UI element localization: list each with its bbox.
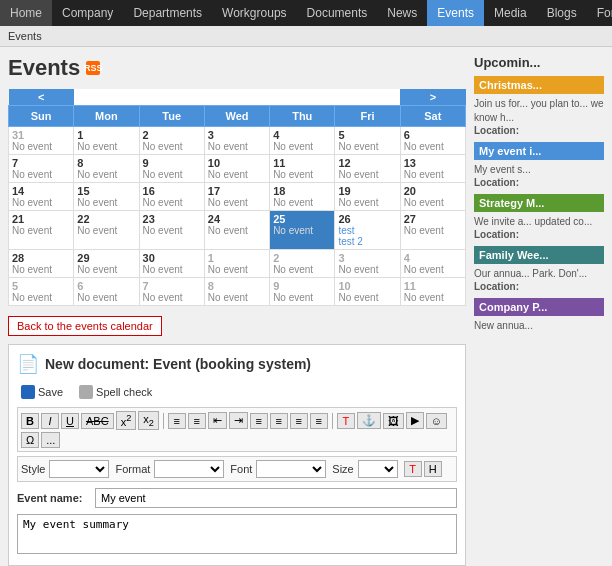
font-select[interactable]: [256, 460, 326, 478]
format-select[interactable]: [154, 460, 224, 478]
save-button[interactable]: Save: [17, 383, 67, 401]
nav-forums[interactable]: Forums: [587, 0, 612, 26]
outdent-button[interactable]: ⇤: [208, 412, 227, 429]
event-card-location: Location:: [474, 125, 604, 136]
event-card-title[interactable]: Family Wee...: [474, 246, 604, 264]
doc-icon: 📄: [17, 353, 39, 375]
event-link[interactable]: test 2: [338, 236, 396, 247]
size-select[interactable]: [358, 460, 398, 478]
event-card-body: Our annua... Park. Don'...: [474, 267, 604, 281]
format-label: Format: [115, 463, 150, 475]
new-doc-title-text: New document: Event (booking system): [45, 356, 311, 372]
event-link[interactable]: test: [338, 225, 396, 236]
summary-textarea[interactable]: My event summary: [17, 514, 457, 554]
nav-departments[interactable]: Departments: [123, 0, 212, 26]
nav-workgroups[interactable]: Workgroups: [212, 0, 296, 26]
special-char-button[interactable]: Ω: [21, 432, 39, 448]
table-row: 2No event: [270, 250, 335, 278]
indent-button[interactable]: ⇥: [229, 412, 248, 429]
anchor-button[interactable]: ⚓: [357, 412, 381, 429]
table-row: 3No event: [335, 250, 400, 278]
image-button[interactable]: 🖼: [383, 413, 404, 429]
superscript-button[interactable]: x2: [116, 411, 137, 430]
table-row: 19No event: [335, 183, 400, 211]
event-card-title[interactable]: My event i...: [474, 142, 604, 160]
strikethrough-button[interactable]: ABC: [81, 413, 114, 429]
table-row: 10No event: [204, 155, 269, 183]
table-row-today: 25No event: [270, 211, 335, 250]
underline-button[interactable]: U: [61, 413, 79, 429]
calendar-week-6: 5No event 6No event 7No event 8No event …: [9, 278, 466, 306]
more-button[interactable]: ...: [41, 432, 60, 448]
rss-icon[interactable]: RSS: [86, 61, 100, 75]
list-unordered-button[interactable]: ≡: [168, 413, 186, 429]
bold-button[interactable]: B: [21, 413, 39, 429]
nav-events[interactable]: Events: [427, 0, 484, 26]
size-label: Size: [332, 463, 353, 475]
highlight-button[interactable]: H: [424, 461, 442, 477]
subscript-button[interactable]: x2: [138, 411, 159, 430]
right-sidebar: Upcomin... Christmas... Join us for... y…: [474, 55, 604, 566]
table-row: 28No event: [9, 250, 74, 278]
align-left-button[interactable]: ≡: [250, 413, 268, 429]
breadcrumb: Events: [0, 26, 612, 47]
event-card-body: My event s...: [474, 163, 604, 177]
table-row: 22No event: [74, 211, 139, 250]
nav-blogs[interactable]: Blogs: [537, 0, 587, 26]
text-color-button[interactable]: T: [337, 413, 355, 429]
align-justify-button[interactable]: ≡: [310, 413, 328, 429]
table-row: 4No event: [270, 127, 335, 155]
table-row: 1No event: [204, 250, 269, 278]
nav-home[interactable]: Home: [0, 0, 52, 26]
table-row: 11No event: [270, 155, 335, 183]
col-sun: Sun: [9, 106, 74, 127]
main-layout: Events RSS < November 2010 > Sun Mon Tue…: [0, 47, 612, 566]
back-to-calendar-link[interactable]: Back to the events calendar: [8, 316, 162, 336]
table-row: 17No event: [204, 183, 269, 211]
table-row: 5No event: [335, 127, 400, 155]
format-toolbar: B I U ABC x2 x2 ≡ ≡ ⇤ ⇥ ≡ ≡ ≡ ≡ T ⚓ 🖼 ▶: [17, 407, 457, 452]
event-card-title[interactable]: Company P...: [474, 298, 604, 316]
save-label: Save: [38, 386, 63, 398]
media-button[interactable]: ▶: [406, 412, 424, 429]
emoji-button[interactable]: ☺: [426, 413, 447, 429]
calendar-next[interactable]: >: [400, 89, 465, 106]
text-format-color[interactable]: T: [404, 461, 422, 477]
col-tue: Tue: [139, 106, 204, 127]
align-center-button[interactable]: ≡: [270, 413, 288, 429]
list-ordered-button[interactable]: ≡: [188, 413, 206, 429]
sidebar-event-myevent: My event i... My event s... Location:: [474, 142, 604, 188]
table-row: 14No event: [9, 183, 74, 211]
event-card-location: Location:: [474, 229, 604, 240]
sidebar-event-family: Family Wee... Our annua... Park. Don'...…: [474, 246, 604, 292]
table-row: 16No event: [139, 183, 204, 211]
italic-button[interactable]: I: [41, 413, 59, 429]
nav-documents[interactable]: Documents: [297, 0, 378, 26]
table-row: 2No event: [139, 127, 204, 155]
doc-action-toolbar: Save Spell check: [17, 383, 457, 401]
table-row: 8No event: [204, 278, 269, 306]
toolbar-separator-2: [332, 413, 333, 429]
calendar-week-4: 21No event 22No event 23No event 24No ev…: [9, 211, 466, 250]
style-select[interactable]: [49, 460, 109, 478]
event-name-row: Event name:: [17, 488, 457, 508]
table-row: 24No event: [204, 211, 269, 250]
table-row: 13No event: [400, 155, 465, 183]
spell-check-button[interactable]: Spell check: [75, 383, 156, 401]
calendar-week-5: 28No event 29No event 30No event 1No eve…: [9, 250, 466, 278]
nav-company[interactable]: Company: [52, 0, 123, 26]
table-row: 27No event: [400, 211, 465, 250]
nav-news[interactable]: News: [377, 0, 427, 26]
sidebar-title: Upcomin...: [474, 55, 604, 70]
spell-label: Spell check: [96, 386, 152, 398]
align-right-button[interactable]: ≡: [290, 413, 308, 429]
table-row: 31No event: [9, 127, 74, 155]
page-title-text: Events: [8, 55, 80, 81]
event-card-title[interactable]: Christmas...: [474, 76, 604, 94]
table-row: 6No event: [400, 127, 465, 155]
nav-media[interactable]: Media: [484, 0, 537, 26]
event-card-title[interactable]: Strategy M...: [474, 194, 604, 212]
event-name-input[interactable]: [95, 488, 457, 508]
event-card-body: Join us for... you plan to... we know h.…: [474, 97, 604, 125]
calendar-prev[interactable]: <: [9, 89, 74, 106]
